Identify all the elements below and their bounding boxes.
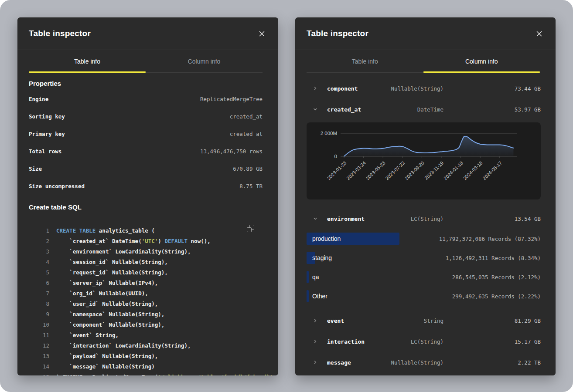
histogram-chart: 02 000M2023-01-232023-03-242023-05-23202…: [307, 122, 529, 199]
close-button[interactable]: [533, 27, 545, 40]
property-label: Primary key: [29, 131, 65, 137]
column-size: 2.22 TB: [443, 359, 541, 366]
sql-code: `interaction` LowCardinality(String),: [56, 342, 191, 349]
sql-text: `user_id` Nullable(String),: [56, 301, 158, 307]
table-inspector-modal-column-info: Table inspector Table info Column info c…: [295, 17, 556, 375]
sql-string: '/clickhouse/tables/{uuid}/{shard}': [158, 374, 273, 376]
property-label: Size uncompressed: [29, 183, 85, 189]
sql-code: `server_ip` Nullable(IPv4),: [56, 280, 158, 286]
property-value: created_at: [230, 113, 263, 120]
property-row: Sorting keycreated_at: [29, 108, 263, 125]
column-name: created_at: [327, 106, 374, 113]
sql-code: `namespace` Nullable(String),: [56, 311, 164, 318]
chevron-right-icon[interactable]: [313, 360, 318, 365]
column-name: message: [327, 359, 374, 366]
column-name: interaction: [327, 338, 374, 345]
tab-bar: Table info Column info: [29, 50, 263, 73]
line-number: 11: [29, 332, 49, 338]
copy-icon: [247, 225, 254, 232]
sql-code-block: 1CREATE TABLE analytics_table (2 `create…: [29, 225, 263, 375]
sql-line: 12 `interaction` LowCardinality(String),: [29, 340, 263, 351]
environment-values: production11,792,372,086 Records (87.32%…: [307, 229, 541, 306]
sql-keyword: CREATE TABLE: [56, 227, 96, 234]
column-row[interactable]: environmentLC(String)13.54 GB: [307, 208, 541, 229]
env-value-row: qa286,545,035 Records (2.12%): [307, 267, 541, 287]
sql-text: `environment` LowCardinality(String),: [56, 248, 191, 255]
chevron-right-icon[interactable]: [313, 339, 318, 344]
column-name: environment: [327, 216, 374, 222]
sql-line: 6 `server_ip` Nullable(IPv4),: [29, 277, 263, 288]
sql-code: `org_id` Nullable(UUID),: [56, 290, 148, 297]
sql-line: 1CREATE TABLE analytics_table (: [29, 225, 263, 236]
sql-lines: 1CREATE TABLE analytics_table (2 `create…: [29, 225, 263, 375]
env-value-records: 286,545,035 Records (2.12%): [397, 274, 541, 280]
column-row[interactable]: componentNullable(String)73.44 GB: [307, 78, 541, 99]
tab-column-info[interactable]: Column info: [146, 50, 263, 72]
env-value-row: Other299,492,635 Records (2.22%): [307, 287, 541, 306]
chevron-right-icon[interactable]: [313, 318, 318, 323]
table-inspector-modal-table-info: Table inspector Table info Column info P…: [17, 17, 278, 375]
y-axis-label: 2 000M: [321, 131, 337, 136]
env-value-row: staging1,126,492,311 Records (8.34%): [307, 248, 541, 267]
env-value-bar: [307, 271, 309, 283]
property-label: Sorting key: [29, 113, 65, 120]
line-number: 9: [29, 311, 49, 318]
sql-line: 5 `request_id` Nullable(String),: [29, 267, 263, 277]
chevron-down-icon[interactable]: [313, 107, 318, 112]
page-backdrop: Table inspector Table info Column info P…: [0, 0, 573, 392]
area-fill: [344, 136, 513, 156]
sql-line: 15) ENGINE = ReplicatedMergeTree('/click…: [29, 372, 263, 375]
properties-list: EngineReplicatedMergeTreeSorting keycrea…: [29, 90, 263, 195]
table-info-content: Properties EngineReplicatedMergeTreeSort…: [17, 79, 278, 375]
copy-sql-button[interactable]: [247, 223, 256, 233]
column-row[interactable]: eventString81.29 GB: [307, 310, 541, 331]
x-axis-label: 2023-09-20: [404, 160, 425, 181]
line-number: 12: [29, 342, 49, 349]
tab-table-info[interactable]: Table info: [307, 50, 423, 72]
sql-keyword: DEFAULT: [164, 238, 188, 244]
column-row[interactable]: interactionLC(String)15.17 GB: [307, 331, 541, 352]
line-number: 15: [29, 374, 49, 376]
env-value-records: 1,126,492,311 Records (8.34%): [397, 255, 541, 261]
sql-text: `server_ip` Nullable(IPv4),: [56, 280, 158, 286]
sql-code: `event` String,: [56, 332, 119, 338]
property-value: created_at: [230, 131, 263, 137]
property-row: Total rows13,496,476,750 rows: [29, 142, 263, 160]
x-axis-label: 2023-05-23: [365, 160, 386, 181]
sql-text: `payload` Nullable(String),: [56, 353, 158, 359]
properties-heading: Properties: [29, 79, 263, 88]
column-size: 81.29 GB: [443, 318, 541, 324]
env-bar-container: Other: [307, 290, 397, 302]
column-row[interactable]: messageNullable(String)2.22 TB: [307, 352, 541, 373]
tab-table-info[interactable]: Table info: [29, 50, 146, 72]
panel-header: Table inspector: [295, 17, 556, 50]
column-size: 73.44 GB: [443, 85, 541, 92]
sql-text: `session_id` Nullable(String),: [56, 259, 168, 265]
chevron-right-icon[interactable]: [313, 86, 318, 91]
x-axis-label: 2024-05-17: [481, 160, 503, 181]
sql-text: `request_id` Nullable(String),: [56, 269, 168, 276]
x-axis-label: 2023-03-24: [345, 160, 367, 181]
column-type: LC(String): [374, 338, 443, 345]
sql-line: 13 `payload` Nullable(String),: [29, 351, 263, 361]
env-value-bar: [307, 290, 309, 302]
sql-line: 14 `message` Nullable(String): [29, 361, 263, 372]
line-number: 1: [29, 227, 49, 234]
property-value: 670.89 GB: [233, 166, 263, 172]
close-icon: [259, 31, 265, 37]
tab-column-info[interactable]: Column info: [423, 50, 540, 72]
sql-code: `payload` Nullable(String),: [56, 353, 158, 359]
line-number: 2: [29, 238, 49, 244]
sql-line: 7 `org_id` Nullable(UUID),: [29, 288, 263, 298]
sql-text: analytics_table (: [96, 227, 154, 234]
sql-code: ) ENGINE = ReplicatedMergeTree('/clickho…: [56, 374, 276, 376]
sql-text: now(),: [188, 238, 211, 244]
env-value-records: 11,792,372,086 Records (87.32%): [397, 236, 541, 242]
sql-code: `message` Nullable(String): [56, 363, 155, 370]
panel-header: Table inspector: [17, 17, 278, 50]
sql-text: `namespace` Nullable(String),: [56, 311, 164, 318]
chevron-down-icon[interactable]: [313, 216, 318, 221]
close-button[interactable]: [256, 27, 268, 40]
column-list: componentNullable(String)73.44 GBcreated…: [295, 73, 556, 373]
column-row[interactable]: created_atDateTime53.97 GB: [307, 99, 541, 120]
